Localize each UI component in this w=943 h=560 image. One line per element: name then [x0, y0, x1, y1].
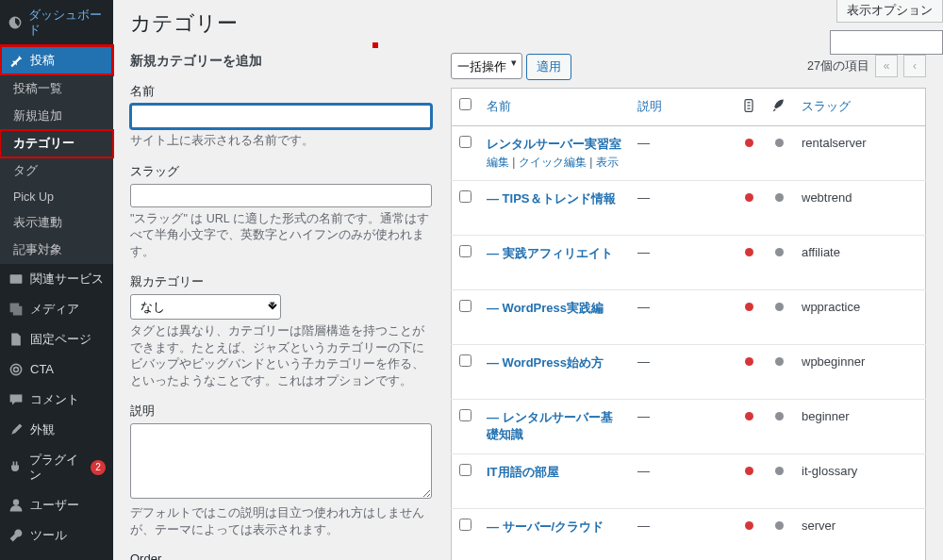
category-title-link[interactable]: レンタルサーバー実習室	[487, 137, 621, 151]
row-slug: affiliate	[802, 245, 840, 259]
readability-dot	[745, 303, 753, 311]
sidebar-item-aio-migration[interactable]: All-in-One WP Migration	[0, 551, 113, 560]
sidebar-item-pages[interactable]: 固定ページ	[0, 324, 113, 354]
table-row: IT用語の部屋 — it-glossary	[452, 453, 926, 508]
category-title-link[interactable]: — TIPS＆トレンド情報	[487, 191, 616, 206]
sidebar-item-users[interactable]: ユーザー	[0, 490, 113, 520]
admin-sidebar: ダッシュボード 投稿 投稿一覧 新規追加 カテゴリー タグ Pick Up 表示…	[0, 0, 113, 560]
row-checkbox[interactable]	[459, 409, 472, 421]
category-title-link[interactable]: — WordPress始め方	[487, 355, 604, 370]
sidebar-item-dashboard[interactable]: ダッシュボード	[0, 0, 113, 45]
readability-dot	[745, 521, 753, 530]
col-header-name[interactable]: 名前	[487, 99, 511, 113]
seo-dot	[775, 248, 784, 256]
svg-point-1	[10, 364, 21, 374]
select-all-checkbox[interactable]	[459, 98, 472, 110]
parent-label: 親カテゴリー	[130, 273, 432, 290]
sidebar-item-related-services[interactable]: 関連サービス	[0, 264, 113, 294]
seo-dot	[775, 303, 784, 311]
row-desc: —	[637, 136, 650, 150]
table-row: — レンタルサーバー基礎知識 — beginner	[452, 399, 926, 453]
sidebar-item-posts[interactable]: 投稿	[0, 45, 113, 75]
category-table: 名前 説明 スラッグ レンタルサーバー実習室編集 | クイック編集 | 表示 —…	[451, 88, 926, 561]
category-title-link[interactable]: IT用語の部屋	[487, 465, 559, 479]
sidebar-label: 固定ページ	[30, 332, 91, 347]
row-slug: rentalserver	[802, 136, 867, 150]
sidebar-sub-article-target[interactable]: 記事対象	[0, 237, 113, 264]
sidebar-sub-new-post[interactable]: 新規追加	[0, 103, 113, 130]
svg-rect-0	[10, 274, 23, 284]
view-link[interactable]: 表示	[596, 156, 619, 169]
row-checkbox[interactable]	[459, 190, 472, 203]
svg-point-2	[14, 368, 19, 372]
posts-submenu: 投稿一覧 新規追加 カテゴリー タグ Pick Up 表示連動 記事対象	[0, 75, 113, 264]
readability-dot	[745, 412, 753, 420]
sidebar-sub-display-link[interactable]: 表示連動	[0, 209, 113, 237]
category-title-link[interactable]: — 実践アフィリエイト	[487, 246, 613, 260]
search-input[interactable]	[830, 30, 943, 55]
row-checkbox[interactable]	[459, 464, 472, 476]
apply-button[interactable]: 適用	[526, 54, 571, 80]
pagination: 27個の項目 « ‹	[807, 55, 926, 77]
row-desc: —	[637, 354, 650, 369]
row-checkbox[interactable]	[459, 354, 472, 367]
readability-dot	[745, 193, 753, 202]
row-desc: —	[637, 190, 650, 205]
pin-icon	[8, 53, 25, 68]
row-checkbox[interactable]	[459, 519, 472, 531]
sidebar-item-media[interactable]: メディア	[0, 294, 113, 324]
category-title-link[interactable]: — サーバー/クラウド	[487, 519, 604, 534]
table-row: — 実践アフィリエイト — affiliate	[452, 235, 926, 289]
row-slug: beginner	[802, 409, 850, 423]
row-slug: it-glossary	[802, 464, 857, 478]
sidebar-sub-category[interactable]: カテゴリー	[0, 130, 113, 157]
table-row: — WordPress実践編 — wppractice	[452, 289, 926, 344]
row-slug: webtrend	[802, 190, 852, 205]
row-checkbox[interactable]	[459, 300, 472, 312]
sidebar-item-appearance[interactable]: 外観	[0, 415, 113, 445]
table-row: — サーバー/クラウド — server	[452, 508, 926, 560]
order-label: Order	[130, 552, 432, 560]
plugins-update-badge: 2	[91, 460, 106, 475]
edit-link[interactable]: 編集	[487, 156, 509, 169]
row-slug: wppractice	[802, 300, 860, 314]
page-first-button[interactable]: «	[875, 55, 898, 77]
name-input[interactable]	[130, 104, 432, 129]
readability-dot	[745, 357, 753, 366]
sidebar-label: メディア	[30, 302, 79, 317]
sidebar-item-plugins[interactable]: プラグイン 2	[0, 445, 113, 490]
parent-select[interactable]: なし	[130, 294, 281, 320]
category-title-link[interactable]: — WordPress実践編	[487, 301, 604, 315]
row-checkbox[interactable]	[459, 136, 472, 148]
name-desc: サイト上に表示される名前です。	[130, 133, 432, 150]
plugin-icon	[8, 460, 24, 475]
row-checkbox[interactable]	[459, 245, 472, 257]
description-desc: デフォルトではこの説明は目立つ使われ方はしませんが、テーマによっては表示されます…	[130, 505, 432, 538]
page-prev-button[interactable]: ‹	[903, 55, 926, 77]
slug-label: スラッグ	[130, 163, 432, 180]
row-slug: wpbeginner	[802, 354, 865, 369]
col-header-slug[interactable]: スラッグ	[802, 99, 851, 113]
sidebar-item-comments[interactable]: コメント	[0, 385, 113, 415]
sidebar-sub-all-posts[interactable]: 投稿一覧	[0, 75, 113, 103]
bulk-action-select[interactable]: 一括操作	[451, 53, 522, 79]
sidebar-sub-pickup[interactable]: Pick Up	[0, 185, 113, 209]
row-desc: —	[637, 300, 650, 314]
description-textarea[interactable]	[130, 423, 432, 499]
screen-options-button[interactable]: 表示オプション	[836, 0, 943, 23]
sidebar-item-tools[interactable]: ツール	[0, 520, 113, 551]
category-list-panel: 一括操作 適用 27個の項目 « ‹	[451, 53, 926, 560]
row-desc: —	[637, 245, 650, 259]
col-header-desc[interactable]: 説明	[637, 99, 662, 113]
category-title-link[interactable]: — レンタルサーバー基礎知識	[487, 410, 613, 441]
services-icon	[8, 272, 25, 287]
sidebar-item-cta[interactable]: CTA	[0, 354, 113, 385]
slug-input[interactable]	[130, 184, 432, 207]
target-icon	[8, 362, 25, 377]
table-row: — WordPress始め方 — wpbeginner	[452, 344, 926, 399]
form-title: 新規カテゴリーを追加	[130, 53, 432, 70]
row-actions: 編集 | クイック編集 | 表示	[487, 155, 622, 171]
quick-edit-link[interactable]: クイック編集	[519, 156, 587, 169]
row-desc: —	[637, 464, 650, 478]
sidebar-sub-tag[interactable]: タグ	[0, 157, 113, 185]
